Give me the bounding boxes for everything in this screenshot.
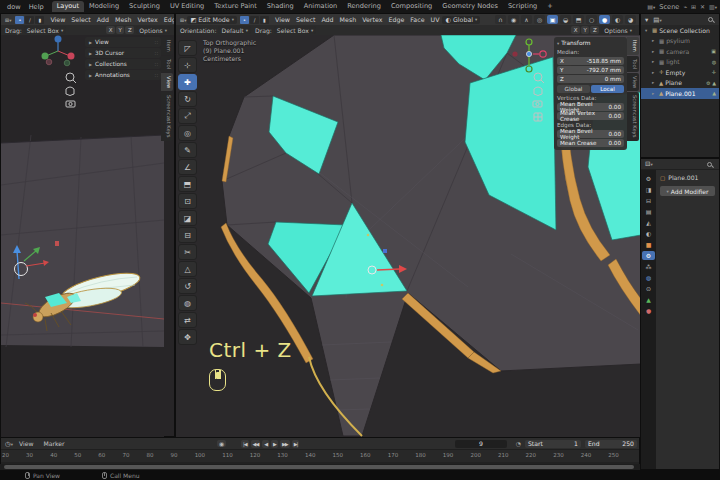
view-layer-icon[interactable]: ▥▾ <box>709 3 717 10</box>
editor-type-icon[interactable]: ⧈▾ <box>4 16 12 24</box>
workspace-tab[interactable]: Rendering <box>342 1 386 12</box>
face-select-icon[interactable]: ▮ <box>35 16 44 24</box>
start-frame-field[interactable]: Start 1 <box>525 440 581 448</box>
transform-tool[interactable]: ◎ <box>178 125 197 141</box>
auto-key-button[interactable]: ◉ <box>217 440 226 447</box>
scene-browse-icon[interactable]: ▤▾ <box>647 3 655 10</box>
expand-icon[interactable]: ▸ <box>652 91 657 96</box>
tab-view[interactable]: View <box>627 73 639 91</box>
viewport-menu[interactable]: Select <box>293 16 318 23</box>
outliner-row[interactable]: ▸ ✛ Empty ✛ <box>641 67 719 78</box>
median-value-field[interactable]: Y -792.07 mm <box>557 66 624 74</box>
new-scene-icon[interactable]: ⊞ <box>691 3 696 10</box>
particles-tab[interactable]: ⁂ <box>642 262 655 271</box>
next-keyframe-button[interactable]: ▶▶ <box>280 440 290 448</box>
sidebar-section-header[interactable]: ▶ View ∷ <box>85 37 161 47</box>
vertex-select-icon[interactable]: • <box>15 16 24 24</box>
viewport-menu[interactable]: Select <box>68 16 93 23</box>
search-icon[interactable] <box>707 162 712 167</box>
object-tab[interactable]: ■ <box>642 240 655 249</box>
delete-scene-icon[interactable]: ✕ <box>700 3 705 10</box>
outliner-display-mode-icon[interactable]: ▤▾ <box>652 16 662 24</box>
edge-slide-tool[interactable]: ⇄ <box>178 312 197 328</box>
tab-screencast-keys[interactable]: Screencast Keys <box>627 92 639 140</box>
outliner-row[interactable]: ▸ ▲ Plane.001 ▲ <box>641 88 719 99</box>
xray-toggle-icon[interactable]: ⬒ <box>573 15 584 24</box>
viewport-menu[interactable]: Mesh <box>337 16 360 23</box>
pivot-point-icon[interactable]: ◎ <box>534 15 545 24</box>
tab-tool[interactable]: Tool <box>627 56 639 72</box>
viewport-menu[interactable]: UV <box>428 16 443 23</box>
expand-icon[interactable]: ▾ <box>645 28 650 33</box>
mode-dropdown[interactable]: ◩ Edit Mode▾ <box>187 16 237 24</box>
move-tool[interactable]: ✚ <box>178 74 197 90</box>
space-toggle-button[interactable]: Local <box>591 85 624 93</box>
tab-item[interactable]: Item <box>627 37 639 55</box>
timeline-ruler[interactable]: 2030405060708090100110120130140150160170… <box>1 449 639 462</box>
viewport-menu[interactable]: Edge <box>385 16 407 23</box>
jump-to-end-button[interactable]: ▶| <box>292 440 300 448</box>
options-dropdown[interactable]: Options▾ <box>601 26 635 34</box>
shading-material-icon[interactable]: ◐ <box>612 15 623 24</box>
shrink-fatten-tool[interactable]: ✥ <box>178 329 197 345</box>
constraints-tab[interactable]: ⊙ <box>642 284 655 293</box>
view-layer-tab[interactable]: ▤ <box>642 207 655 216</box>
mirror-axis-toggle[interactable]: Y <box>116 26 124 34</box>
viewport-menu[interactable]: View <box>47 16 68 23</box>
horizontal-scrollbar[interactable] <box>4 465 634 469</box>
knife-tool[interactable]: ✂ <box>178 244 197 260</box>
scene-tab[interactable]: ◭ <box>642 218 655 227</box>
mirror-axis-toggle[interactable]: Y <box>581 26 589 34</box>
scale-tool[interactable]: ⤢ <box>178 108 197 124</box>
measure-tool[interactable]: ∠ <box>178 159 197 175</box>
viewport-menu[interactable]: Add <box>94 16 112 23</box>
editor-type-icon[interactable]: ⊟▾ <box>644 160 654 168</box>
mirror-axis-toggle[interactable]: X <box>106 26 115 34</box>
cursor-tool[interactable]: ⊹ <box>178 57 197 73</box>
select-box-dropdown[interactable]: Select Box▾ <box>24 26 66 34</box>
outliner-row[interactable]: ▸ ▦ light ◍ <box>641 57 719 68</box>
tab-view[interactable]: View <box>161 73 173 91</box>
expand-icon[interactable]: ▸ <box>652 70 657 75</box>
expand-icon[interactable]: ▸ <box>652 38 657 43</box>
options-dropdown[interactable]: Options▾ <box>136 26 170 34</box>
overlays-icon[interactable]: ◒ <box>560 15 571 24</box>
mirror-axis-toggle[interactable]: Z <box>125 26 134 34</box>
collapse-arrow-icon[interactable]: ▾ <box>557 41 559 46</box>
workspace-tab[interactable]: Sculpting <box>124 1 165 12</box>
expand-icon[interactable]: ▸ <box>652 49 657 54</box>
left-viewport-canvas[interactable]: ▶ View ∷ ▶ 3D Cursor ∷ ▶ Collections ∷ <box>1 35 164 437</box>
edge-data-field[interactable]: Mean Crease 0.00 <box>557 139 624 147</box>
workspace-tab[interactable]: + <box>542 1 558 12</box>
outliner-row[interactable]: ▸ ▦ camera ▣ <box>641 46 719 57</box>
link-scene-icon[interactable]: ⌁ <box>683 3 687 10</box>
output-tab[interactable]: ⊟ <box>642 196 655 205</box>
magnet-snap-icon[interactable]: ∩ <box>495 15 506 24</box>
expand-icon[interactable]: ▸ <box>652 80 657 85</box>
tab-tool[interactable]: Tool <box>161 56 173 72</box>
add-modifier-button[interactable]: ▾ Add Modifier <box>660 186 715 196</box>
end-frame-field[interactable]: End 250 <box>585 440 637 448</box>
shading-wireframe-icon[interactable]: ○ <box>586 15 597 24</box>
space-toggle-button[interactable]: Global <box>557 85 590 93</box>
jump-to-start-button[interactable]: |◀ <box>241 440 249 448</box>
scene-selector[interactable]: Scene <box>659 3 679 11</box>
falloff-icon[interactable]: ∧ <box>521 15 532 24</box>
viewport-menu[interactable]: Face <box>407 16 427 23</box>
render-tab[interactable]: ◨ <box>642 185 655 194</box>
current-frame-field[interactable]: 9 <box>455 440 507 448</box>
rotate-tool[interactable]: ↻ <box>178 91 197 107</box>
viewport-menu[interactable]: Add <box>318 16 336 23</box>
workspace-tab[interactable]: Shading <box>262 1 299 12</box>
physics-tab[interactable]: ◍ <box>642 273 655 282</box>
tool-tab[interactable]: ⚙ <box>642 174 655 183</box>
orientation-value-dropdown[interactable]: Default▾ <box>218 26 251 34</box>
sidebar-section-header[interactable]: ▶ Collections ∷ <box>85 59 161 69</box>
viewport-menu[interactable]: Vertex <box>359 16 385 23</box>
loop-cut-tool[interactable]: ⊟ <box>178 227 197 243</box>
workspace-tab[interactable]: Layout <box>52 1 84 12</box>
inset-faces-tool[interactable]: ⊡ <box>178 193 197 209</box>
outliner-filter-icon[interactable]: ▾ <box>644 16 649 24</box>
viewport-menu[interactable]: Mesh <box>112 16 135 23</box>
expand-icon[interactable]: ▸ <box>652 59 657 64</box>
